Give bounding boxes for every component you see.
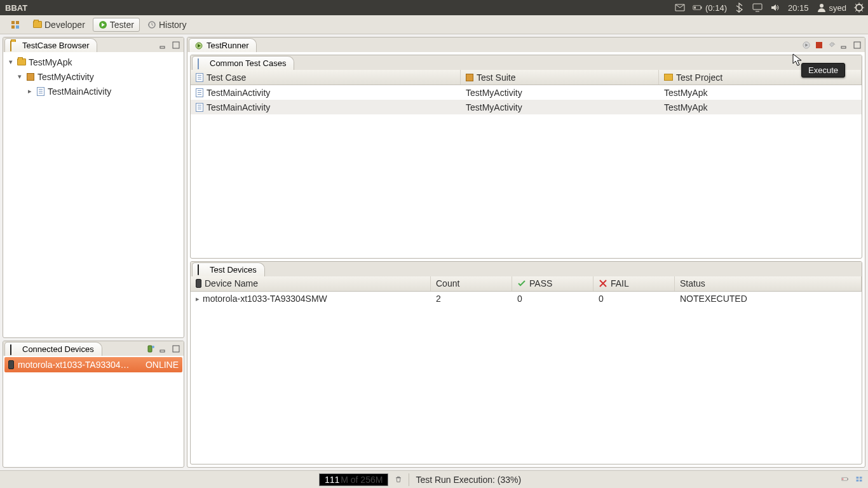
- cell: 2: [436, 294, 441, 304]
- test-devices-tab[interactable]: Test Devices: [192, 262, 265, 276]
- svg-rect-22: [854, 42, 860, 48]
- view-title: TestCase Browser: [22, 41, 89, 50]
- device-list: motorola-xt1033-TA93304…ONLINE: [3, 356, 184, 374]
- svg-rect-28: [857, 479, 859, 481]
- display-indicator[interactable]: [749, 3, 766, 13]
- svg-rect-24: [848, 478, 848, 479]
- clock[interactable]: 20:15: [784, 3, 813, 13]
- tab-label: Test Devices: [210, 265, 257, 274]
- svg-rect-16: [160, 350, 165, 352]
- tree-label: TestMainActivity: [48, 86, 111, 97]
- col-header[interactable]: Status: [680, 278, 705, 288]
- tree-label: TestMyActivity: [37, 72, 94, 82]
- stop-button[interactable]: [814, 40, 824, 50]
- svg-rect-21: [841, 46, 846, 48]
- connected-devices-view: Connected Devices motorola-xt1033-TA9330…: [3, 341, 184, 468]
- maximize-icon[interactable]: [171, 344, 181, 354]
- svg-rect-7: [16, 21, 19, 24]
- svg-rect-2: [694, 6, 695, 8]
- col-header[interactable]: Device Name: [205, 278, 258, 288]
- svg-rect-27: [860, 477, 862, 478]
- devices-table: Device Name Count PASS FAIL Status ▸moto…: [191, 276, 862, 306]
- cell: TestMyApk: [664, 88, 707, 98]
- maximize-icon[interactable]: [852, 40, 862, 50]
- col-header[interactable]: Test Project: [676, 72, 722, 83]
- heap-status[interactable]: 111M of 256M: [319, 473, 389, 486]
- table-row[interactable]: TestMainActivity TestMyActivity TestMyAp…: [191, 100, 862, 114]
- perspective-toolbar: Developer Tester History: [0, 15, 868, 34]
- view-title: TestRunner: [207, 41, 248, 50]
- tooltip: Execute: [801, 63, 845, 78]
- connected-devices-tab[interactable]: Connected Devices: [4, 342, 102, 356]
- tree-project[interactable]: ▾TestMyApk: [4, 55, 182, 69]
- tree-testcase[interactable]: ▸TestMainActivity: [4, 84, 182, 98]
- svg-rect-25: [843, 478, 843, 479]
- testcase-icon: [196, 88, 203, 97]
- cell: NOTEXECUTED: [680, 294, 747, 304]
- session-indicator[interactable]: [850, 3, 868, 13]
- testcase-browser-tab[interactable]: TestCase Browser: [4, 38, 97, 52]
- testrunner-view: TestRunner Common Test Cases: [187, 37, 865, 468]
- sound-indicator[interactable]: [766, 3, 784, 13]
- svg-rect-3: [753, 4, 762, 10]
- cell: TestMyActivity: [466, 102, 522, 112]
- minimize-icon[interactable]: [158, 40, 168, 50]
- tab-label: Common Test Cases: [210, 58, 286, 68]
- svg-rect-14: [148, 346, 152, 352]
- perspective-history[interactable]: History: [142, 18, 193, 32]
- col-header[interactable]: FAIL: [611, 278, 629, 288]
- mail-indicator[interactable]: [671, 3, 689, 13]
- table-row[interactable]: TestMainActivity TestMyActivity TestMyAp…: [191, 85, 862, 100]
- svg-rect-9: [16, 25, 19, 29]
- maximize-icon[interactable]: [171, 40, 181, 50]
- perspective-label: History: [159, 20, 187, 30]
- device-name: motorola-xt1033-TA93304…: [18, 360, 142, 370]
- common-testcases-tab[interactable]: Common Test Cases: [192, 56, 294, 70]
- cell: motorola-xt1033-TA93304SMW: [203, 294, 327, 304]
- window-title: BBAT: [0, 3, 27, 13]
- battery-time: (0:14): [705, 3, 727, 13]
- table-row[interactable]: ▸motorola-xt1033-TA93304SMW 2 0 0 NOTEXE…: [191, 292, 862, 306]
- svg-point-4: [820, 4, 824, 8]
- user-menu[interactable]: syed: [813, 3, 850, 13]
- refresh-devices-icon[interactable]: [146, 344, 156, 354]
- perspective-tester[interactable]: Tester: [93, 18, 140, 32]
- svg-rect-1: [701, 6, 702, 8]
- user-name: syed: [829, 3, 846, 13]
- testrunner-tab[interactable]: TestRunner: [189, 38, 257, 52]
- device-row[interactable]: motorola-xt1033-TA93304…ONLINE: [4, 357, 182, 372]
- cell: TestMyActivity: [466, 88, 522, 98]
- testcase-icon: [196, 73, 203, 82]
- tree-suite[interactable]: ▾TestMyActivity: [4, 69, 182, 84]
- updates-icon[interactable]: [855, 475, 863, 485]
- col-header[interactable]: Test Case: [207, 72, 246, 83]
- clear-button[interactable]: [827, 40, 837, 50]
- cell: 0: [599, 294, 604, 304]
- minimize-icon[interactable]: [839, 40, 850, 50]
- bluetooth-indicator[interactable]: [731, 3, 749, 13]
- execute-button[interactable]: [801, 40, 811, 50]
- project-icon: [664, 74, 673, 81]
- testcases-table: Test Case Test Suite Test Project TestMa…: [191, 70, 862, 114]
- fail-icon: [599, 279, 607, 288]
- col-header[interactable]: Count: [436, 278, 459, 288]
- device-icon: [8, 360, 14, 369]
- cell: TestMainActivity: [207, 88, 270, 98]
- svg-rect-8: [11, 25, 15, 29]
- test-devices-pane: Test Devices Device Name Count PASS FAIL…: [190, 261, 862, 465]
- device-status: ONLINE: [146, 360, 179, 370]
- gc-icon[interactable]: [395, 475, 402, 485]
- open-perspective-button[interactable]: [5, 18, 25, 31]
- view-title: Connected Devices: [22, 344, 94, 354]
- svg-rect-6: [11, 21, 15, 24]
- col-header[interactable]: Test Suite: [477, 72, 515, 83]
- svg-rect-29: [860, 479, 862, 481]
- battery-indicator[interactable]: (0:14): [689, 3, 731, 13]
- perspective-label: Tester: [110, 20, 134, 30]
- battery-status-icon: [841, 475, 849, 485]
- perspective-developer[interactable]: Developer: [27, 18, 91, 32]
- unity-panel: BBAT (0:14) 20:15 syed: [0, 0, 868, 15]
- col-header[interactable]: PASS: [529, 278, 552, 288]
- minimize-icon[interactable]: [158, 344, 168, 354]
- testcase-tree[interactable]: ▾TestMyApk ▾TestMyActivity ▸TestMainActi…: [3, 52, 184, 101]
